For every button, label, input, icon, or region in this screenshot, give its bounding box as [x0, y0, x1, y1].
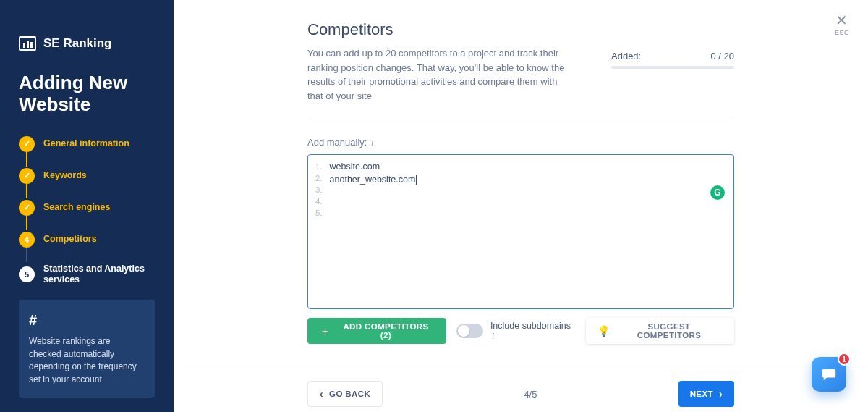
toggle-label: Include subdomains i	[490, 321, 576, 342]
suggest-competitors-button[interactable]: 💡 Suggest competitors	[586, 318, 734, 344]
added-counter: Added: 0 / 20	[611, 51, 734, 103]
chat-button[interactable]: 1	[812, 357, 846, 392]
toggle-knob	[458, 325, 469, 337]
page-title: Adding New Website	[19, 72, 155, 116]
editor-actions: ＋ Add competitors (2) Include subdomains…	[307, 318, 734, 344]
go-back-button[interactable]: ‹ Go back	[307, 381, 383, 407]
step-search-engines[interactable]: ✓ Search engines	[19, 200, 155, 216]
editor-content: website.com another_website.com	[330, 161, 417, 303]
close-icon: ✕	[835, 13, 849, 28]
tip-text: Website rankings are checked automatical…	[29, 335, 145, 386]
step-statistics-analytics[interactable]: 5 Statistics and Analytics services	[19, 264, 155, 285]
step-general-information[interactable]: ✓ General information	[19, 136, 155, 152]
chevron-left-icon: ‹	[320, 388, 323, 400]
added-value: 0 / 20	[710, 51, 734, 62]
check-icon: ✓	[19, 136, 35, 152]
close-button[interactable]: ✕ ESC	[835, 13, 849, 36]
plus-icon: ＋	[319, 325, 331, 337]
grammarly-icon[interactable]: G	[710, 185, 725, 200]
editor-line: another_website.com	[330, 174, 417, 187]
brand-name: SE Ranking	[43, 36, 111, 51]
divider	[307, 119, 734, 119]
line-numbers: 1.2.3.4.5.	[315, 161, 323, 303]
header-text: Competitors You can add up to 20 competi…	[307, 20, 575, 103]
wizard-steps: ✓ General information ✓ Keywords ✓ Searc…	[19, 136, 155, 285]
section-description: You can add up to 20 competitors to a pr…	[307, 46, 575, 103]
content: Competitors You can add up to 20 competi…	[307, 20, 734, 344]
chat-badge: 1	[838, 353, 851, 366]
tip-card: # Website rankings are checked automatic…	[19, 300, 155, 398]
step-keywords[interactable]: ✓ Keywords	[19, 168, 155, 184]
check-icon: ✓	[19, 168, 35, 184]
step-competitors[interactable]: 4 Competitors	[19, 232, 155, 248]
next-button[interactable]: Next ›	[678, 381, 734, 407]
info-icon[interactable]: i	[492, 331, 494, 341]
hash-icon: #	[29, 310, 145, 331]
section-title: Competitors	[307, 20, 575, 39]
editor-line: website.com	[330, 161, 417, 174]
main: ✕ ESC Competitors You can add up to 20 c…	[174, 0, 868, 412]
chevron-right-icon: ›	[719, 388, 723, 400]
competitors-textarea[interactable]: 1.2.3.4.5. website.com another_website.c…	[307, 154, 734, 309]
sidebar: SE Ranking Adding New Website ✓ General …	[0, 0, 174, 412]
add-competitors-button[interactable]: ＋ Add competitors (2)	[307, 318, 446, 344]
lightbulb-icon: 💡	[597, 325, 610, 337]
toggle-track	[456, 324, 483, 338]
check-icon: ✓	[19, 200, 35, 216]
include-subdomains-toggle[interactable]: Include subdomains i	[456, 321, 576, 342]
added-label: Added:	[611, 51, 641, 62]
add-manually-label: Add manually: i	[307, 137, 734, 148]
close-label: ESC	[835, 29, 849, 36]
chat-icon	[821, 366, 837, 382]
logo-icon	[19, 36, 36, 51]
brand: SE Ranking	[19, 36, 155, 51]
step-number-icon: 4	[19, 232, 35, 248]
step-number-icon: 5	[19, 266, 35, 282]
header-row: Competitors You can add up to 20 competi…	[307, 20, 734, 103]
added-progress-bar	[611, 66, 734, 69]
footer: ‹ Go back 4/5 Next ›	[174, 366, 868, 412]
info-icon[interactable]: i	[371, 138, 373, 148]
step-progress: 4/5	[524, 389, 537, 400]
